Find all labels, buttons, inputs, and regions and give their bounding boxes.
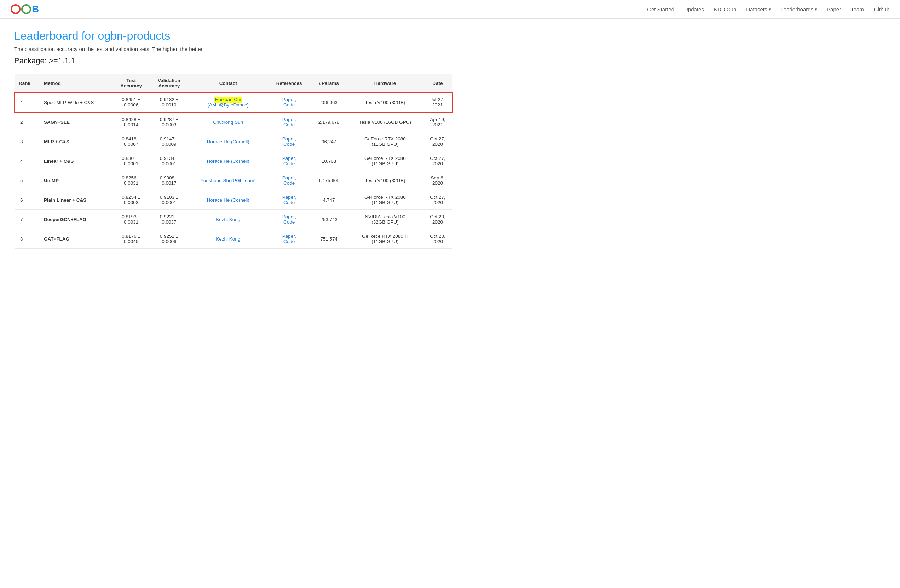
page-title: Leaderboard for ogbn-products: [14, 29, 453, 42]
col-references: References: [268, 74, 310, 93]
cell-method: Linear + C&S: [40, 151, 113, 171]
cell-hardware: GeForce RTX 2080 (11GB GPU): [348, 132, 423, 151]
cell-date: Oct 27, 2020: [423, 190, 453, 210]
cell-hardware: NVIDIA Tesla V100 (32GB GPU): [348, 210, 423, 229]
cell-contact[interactable]: Chuxiong Sun: [189, 112, 268, 132]
cell-contact[interactable]: Huixuan Chi(AML@ByteDance): [189, 92, 268, 112]
cell-val-acc: 0.9132 ± 0.0010: [150, 92, 188, 112]
cell-test-acc: 0.8176 ± 0.0045: [113, 229, 150, 249]
nav-kdd-cup[interactable]: KDD Cup: [714, 6, 736, 12]
code-link[interactable]: Code: [283, 161, 295, 166]
nav-updates[interactable]: Updates: [684, 6, 704, 12]
cell-references[interactable]: Paper,Code: [268, 151, 310, 171]
cell-references[interactable]: Paper,Code: [268, 132, 310, 151]
cell-params: 253,743: [310, 210, 348, 229]
paper-link[interactable]: Paper: [282, 117, 295, 122]
col-hardware: Hardware: [348, 74, 423, 93]
logo[interactable]: B: [11, 3, 39, 15]
main-nav: Get Started Updates KDD Cup Datasets Lea…: [647, 6, 889, 12]
page-title-link[interactable]: ogbn-products: [98, 29, 171, 42]
cell-hardware: GeForce RTX 2080 (11GB GPU): [348, 151, 423, 171]
cell-references[interactable]: Paper,Code: [268, 210, 310, 229]
nav-leaderboards[interactable]: Leaderboards: [781, 6, 817, 12]
cell-date: Oct 20, 2020: [423, 210, 453, 229]
cell-val-acc: 0.9308 ± 0.0017: [150, 171, 188, 190]
logo-o-circle: [11, 4, 20, 14]
col-date: Date: [423, 74, 453, 93]
cell-references[interactable]: Paper,Code: [268, 92, 310, 112]
cell-method: Spec-MLP-Wide + C&S: [40, 92, 113, 112]
cell-rank: 8: [14, 229, 40, 249]
cell-params: 10,763: [310, 151, 348, 171]
cell-references[interactable]: Paper,Code: [268, 190, 310, 210]
code-link[interactable]: Code: [283, 102, 295, 107]
nav-team[interactable]: Team: [851, 6, 864, 12]
cell-test-acc: 0.8256 ± 0.0031: [113, 171, 150, 190]
code-link[interactable]: Code: [283, 180, 295, 186]
cell-test-acc: 0.8428 ± 0.0014: [113, 112, 150, 132]
cell-hardware: Tesla V100 (32GB): [348, 171, 423, 190]
paper-link[interactable]: Paper: [282, 214, 295, 219]
cell-contact[interactable]: Kezhi Kong: [189, 229, 268, 249]
code-link[interactable]: Code: [283, 219, 295, 225]
paper-link[interactable]: Paper: [282, 97, 295, 102]
nav-paper[interactable]: Paper: [827, 6, 841, 12]
paper-link[interactable]: Paper: [282, 136, 295, 141]
package-info: Package: >=1.1.1: [14, 56, 453, 65]
table-header-row: Rank Method TestAccuracy ValidationAccur…: [14, 74, 453, 93]
cell-hardware: GeForce RTX 2080 (11GB GPU): [348, 190, 423, 210]
cell-params: 96,247: [310, 132, 348, 151]
cell-params: 751,574: [310, 229, 348, 249]
cell-rank: 7: [14, 210, 40, 229]
cell-rank: 5: [14, 171, 40, 190]
col-method: Method: [40, 74, 113, 93]
cell-date: Apr 19, 2021: [423, 112, 453, 132]
page-subtitle: The classification accuracy on the test …: [14, 46, 453, 52]
navbar: B Get Started Updates KDD Cup Datasets L…: [0, 0, 900, 19]
table-row: 1Spec-MLP-Wide + C&S0.8451 ± 0.00060.913…: [14, 92, 453, 112]
cell-contact[interactable]: Horace He (Cornell): [189, 190, 268, 210]
cell-contact[interactable]: Horace He (Cornell): [189, 132, 268, 151]
col-val-acc: ValidationAccuracy: [150, 74, 188, 93]
cell-val-acc: 0.9103 ± 0.0001: [150, 190, 188, 210]
cell-test-acc: 0.8451 ± 0.0006: [113, 92, 150, 112]
cell-date: Oct 27, 2020: [423, 151, 453, 171]
paper-link[interactable]: Paper: [282, 195, 295, 200]
cell-method: SAGN+SLE: [40, 112, 113, 132]
cell-method: MLP + C&S: [40, 132, 113, 151]
cell-method: DeeperGCN+FLAG: [40, 210, 113, 229]
cell-date: Oct 20, 2020: [423, 229, 453, 249]
paper-link[interactable]: Paper: [282, 156, 295, 161]
cell-hardware: GeForce RTX 2080 Ti (11GB GPU): [348, 229, 423, 249]
cell-references[interactable]: Paper,Code: [268, 229, 310, 249]
nav-github[interactable]: Github: [874, 6, 889, 12]
cell-contact[interactable]: Kezhi Kong: [189, 210, 268, 229]
code-link[interactable]: Code: [283, 200, 295, 205]
table-row: 8GAT+FLAG0.8176 ± 0.00450.9251 ± 0.0006K…: [14, 229, 453, 249]
cell-hardware: Tesla V100 (16GB GPU): [348, 112, 423, 132]
code-link[interactable]: Code: [283, 141, 295, 147]
cell-method: GAT+FLAG: [40, 229, 113, 249]
cell-date: Jul 27, 2021: [423, 92, 453, 112]
cell-params: 4,747: [310, 190, 348, 210]
cell-contact[interactable]: Yunsheng Shi (PGL team): [189, 171, 268, 190]
cell-date: Oct 27, 2020: [423, 132, 453, 151]
table-row: 5UniMP0.8256 ± 0.00310.9308 ± 0.0017Yuns…: [14, 171, 453, 190]
cell-val-acc: 0.9147 ± 0.0009: [150, 132, 188, 151]
code-link[interactable]: Code: [283, 122, 295, 127]
cell-references[interactable]: Paper,Code: [268, 112, 310, 132]
col-params: #Params: [310, 74, 348, 93]
cell-test-acc: 0.8301 ± 0.0001: [113, 151, 150, 171]
code-link[interactable]: Code: [283, 239, 295, 244]
col-contact: Contact: [189, 74, 268, 93]
nav-datasets[interactable]: Datasets: [746, 6, 771, 12]
paper-link[interactable]: Paper: [282, 175, 295, 180]
cell-rank: 6: [14, 190, 40, 210]
paper-link[interactable]: Paper: [282, 234, 295, 239]
nav-get-started[interactable]: Get Started: [647, 6, 674, 12]
cell-references[interactable]: Paper,Code: [268, 171, 310, 190]
cell-rank: 1: [14, 92, 40, 112]
leaderboard-table: Rank Method TestAccuracy ValidationAccur…: [14, 74, 453, 249]
logo-g-circle: [21, 4, 31, 14]
cell-contact[interactable]: Horace He (Cornell): [189, 151, 268, 171]
